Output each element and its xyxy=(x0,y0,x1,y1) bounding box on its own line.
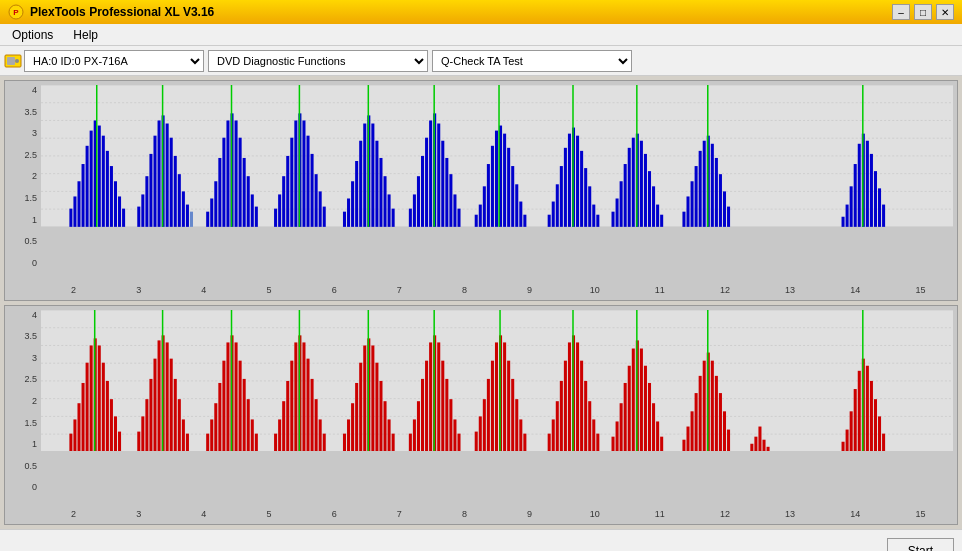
svg-rect-270 xyxy=(507,360,510,451)
close-button[interactable]: ✕ xyxy=(936,4,954,20)
svg-rect-179 xyxy=(73,419,76,451)
svg-rect-78 xyxy=(363,124,366,227)
svg-rect-163 xyxy=(870,154,873,227)
svg-rect-208 xyxy=(214,403,217,452)
svg-rect-231 xyxy=(319,419,322,451)
minimize-button[interactable]: – xyxy=(892,4,910,20)
svg-rect-153 xyxy=(723,191,726,226)
svg-rect-307 xyxy=(695,393,698,452)
svg-rect-317 xyxy=(750,443,753,451)
svg-rect-227 xyxy=(302,342,305,451)
svg-rect-213 xyxy=(235,342,238,451)
svg-rect-183 xyxy=(90,345,93,451)
svg-rect-38 xyxy=(170,138,173,227)
svg-rect-253 xyxy=(429,342,432,451)
svg-rect-111 xyxy=(515,184,518,227)
y-label-25: 2.5 xyxy=(24,150,37,172)
svg-rect-193 xyxy=(141,416,144,451)
svg-rect-74 xyxy=(347,198,350,226)
svg-rect-136 xyxy=(640,141,643,227)
svg-rect-57 xyxy=(255,207,258,227)
y-label-0: 0 xyxy=(32,482,37,504)
svg-rect-104 xyxy=(487,164,490,227)
svg-rect-75 xyxy=(351,181,354,227)
svg-rect-49 xyxy=(222,138,225,227)
svg-rect-133 xyxy=(628,148,631,227)
svg-rect-157 xyxy=(846,205,849,227)
svg-rect-64 xyxy=(294,120,297,226)
svg-rect-251 xyxy=(421,378,424,451)
svg-rect-262 xyxy=(475,431,478,451)
svg-rect-87 xyxy=(409,209,412,227)
svg-rect-165 xyxy=(878,188,881,227)
svg-rect-62 xyxy=(286,156,289,227)
svg-rect-20 xyxy=(90,131,93,227)
maximize-button[interactable]: □ xyxy=(914,4,932,20)
svg-rect-331 xyxy=(878,416,881,451)
svg-rect-63 xyxy=(290,138,293,227)
svg-rect-224 xyxy=(290,360,293,451)
x-label: 15 xyxy=(888,285,953,295)
svg-rect-95 xyxy=(441,141,444,227)
menu-bar: Options Help xyxy=(0,24,962,46)
svg-rect-37 xyxy=(166,124,169,227)
svg-rect-313 xyxy=(719,393,722,452)
svg-rect-269 xyxy=(503,342,506,451)
bottom-chart-svg xyxy=(41,310,953,452)
x-label: 13 xyxy=(758,509,823,519)
svg-rect-294 xyxy=(628,365,631,451)
x-label: 9 xyxy=(497,285,562,295)
app-icon: P xyxy=(8,4,24,20)
function-dropdown[interactable]: DVD Diagnostic Functions xyxy=(208,50,428,72)
svg-rect-284 xyxy=(580,360,583,451)
svg-rect-122 xyxy=(576,136,579,227)
svg-rect-265 xyxy=(487,378,490,451)
svg-rect-223 xyxy=(286,380,289,451)
y-label-35: 3.5 xyxy=(24,331,37,353)
svg-rect-292 xyxy=(620,403,623,452)
x-label: 15 xyxy=(888,509,953,519)
svg-rect-245 xyxy=(388,419,391,451)
svg-rect-156 xyxy=(842,217,845,227)
svg-rect-266 xyxy=(491,360,494,451)
x-label: 11 xyxy=(627,509,692,519)
y-label-2: 2 xyxy=(32,171,37,193)
svg-rect-274 xyxy=(523,433,526,451)
svg-rect-300 xyxy=(652,403,655,452)
svg-rect-306 xyxy=(691,411,694,452)
menu-options[interactable]: Options xyxy=(4,26,61,44)
device-dropdown[interactable]: HA:0 ID:0 PX-716A xyxy=(24,50,204,72)
svg-rect-237 xyxy=(355,382,358,451)
svg-rect-276 xyxy=(548,433,551,451)
svg-point-4 xyxy=(15,59,19,63)
title-bar: P PlexTools Professional XL V3.16 – □ ✕ xyxy=(0,0,962,24)
svg-rect-324 xyxy=(850,411,853,452)
svg-rect-280 xyxy=(564,360,567,451)
svg-rect-304 xyxy=(682,439,685,451)
x-label: 14 xyxy=(823,285,888,295)
svg-rect-33 xyxy=(149,154,152,227)
svg-rect-46 xyxy=(210,198,213,226)
menu-help[interactable]: Help xyxy=(65,26,106,44)
bottom-chart: 0 0.5 1 1.5 2 2.5 3 3.5 4 xyxy=(4,305,958,526)
svg-rect-76 xyxy=(355,161,358,227)
svg-rect-50 xyxy=(226,120,229,226)
svg-rect-108 xyxy=(503,134,506,227)
svg-rect-59 xyxy=(274,209,277,227)
svg-rect-22 xyxy=(98,126,101,227)
y-label-35: 3.5 xyxy=(24,107,37,129)
svg-rect-326 xyxy=(858,370,861,451)
start-button[interactable]: Start xyxy=(887,538,954,552)
x-label: 7 xyxy=(367,285,432,295)
svg-rect-203 xyxy=(182,419,185,451)
svg-rect-264 xyxy=(483,399,486,452)
toolbar: HA:0 ID:0 PX-716A DVD Diagnostic Functio… xyxy=(0,46,962,76)
svg-rect-222 xyxy=(282,401,285,452)
y-label-4: 4 xyxy=(32,85,37,107)
svg-rect-17 xyxy=(77,181,80,227)
svg-rect-23 xyxy=(102,136,105,227)
top-chart-x-axis: 2 3 4 5 6 7 8 9 10 11 12 13 14 15 xyxy=(41,280,953,300)
test-dropdown[interactable]: Q-Check TA Test xyxy=(432,50,632,72)
svg-rect-60 xyxy=(278,194,281,226)
svg-rect-314 xyxy=(723,411,726,452)
